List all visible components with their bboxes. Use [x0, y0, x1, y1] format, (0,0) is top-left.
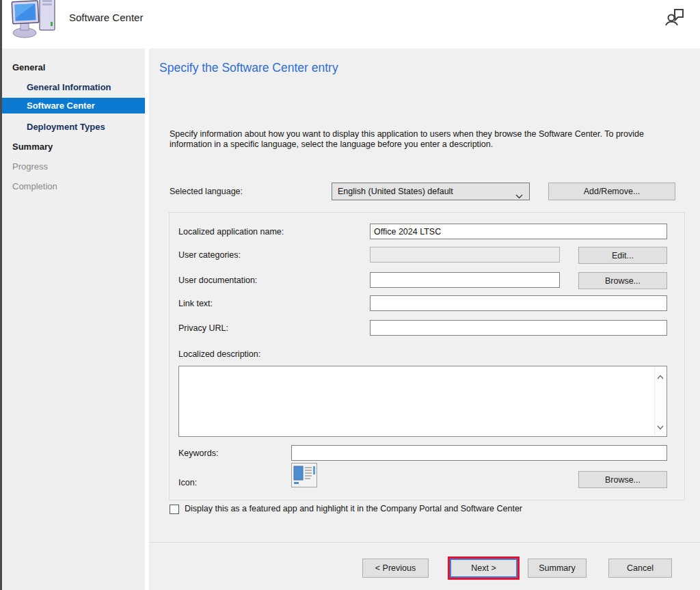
link-text-label: Link text:	[178, 299, 213, 308]
localized-info-groupbox: Localized application name: User categor…	[169, 212, 685, 500]
localized-description-label: Localized description:	[178, 349, 260, 359]
textarea-scrollbar[interactable]	[654, 367, 666, 435]
sidebar-item-progress: Progress	[2, 159, 145, 174]
featured-app-label: Display this as a featured app and highl…	[185, 504, 522, 513]
privacy-url-label: Privacy URL:	[178, 323, 228, 333]
localized-description-textarea[interactable]	[178, 366, 667, 437]
next-button[interactable]: Next >	[450, 559, 517, 578]
user-documentation-label: User documentation:	[178, 276, 257, 285]
sidebar-item-completion: Completion	[2, 178, 145, 194]
chevron-down-icon	[515, 189, 523, 202]
browse-icon-button[interactable]: Browse...	[578, 471, 667, 488]
footer-separator	[149, 542, 700, 543]
app-name-input[interactable]	[370, 224, 667, 239]
selected-language-label: Selected language:	[170, 187, 243, 196]
privacy-url-input[interactable]	[370, 320, 667, 336]
page-title: Specify the Software Center entry	[159, 61, 338, 75]
create-application-wizard: Software Center General General Informat…	[0, 0, 700, 590]
cancel-button[interactable]: Cancel	[608, 559, 672, 578]
add-remove-button[interactable]: Add/Remove...	[548, 183, 675, 200]
previous-button[interactable]: < Previous	[362, 559, 429, 578]
wizard-header: Software Center	[0, 0, 700, 49]
wizard-main-panel: Specify the Software Center entry Specif…	[149, 49, 700, 590]
summary-button[interactable]: Summary	[528, 559, 587, 578]
page-title-header: Software Center	[69, 12, 143, 23]
user-categories-label: User categories:	[178, 250, 241, 260]
link-text-input[interactable]	[370, 295, 667, 311]
scroll-up-icon[interactable]	[657, 370, 664, 382]
sidebar-item-general[interactable]: General	[2, 59, 145, 75]
featured-app-checkbox[interactable]	[170, 505, 179, 514]
browse-documentation-button[interactable]: Browse...	[578, 272, 667, 289]
computer-icon	[11, 0, 59, 44]
keywords-label: Keywords:	[178, 448, 218, 458]
edit-categories-button[interactable]: Edit...	[578, 247, 667, 264]
user-categories-input	[370, 247, 560, 263]
person-feedback-icon[interactable]	[664, 5, 686, 30]
app-name-label: Localized application name:	[178, 227, 284, 237]
sidebar-item-summary[interactable]: Summary	[2, 139, 145, 155]
keywords-input[interactable]	[291, 445, 667, 461]
language-select[interactable]: English (United States) default	[332, 183, 530, 200]
icon-label: Icon:	[178, 478, 197, 487]
sidebar-item-software-center[interactable]: Software Center	[2, 98, 145, 113]
sidebar-item-general-information[interactable]: General Information	[2, 79, 145, 95]
featured-app-checkbox-row[interactable]: Display this as a featured app and highl…	[170, 504, 522, 514]
window-left-edge	[0, 0, 2, 590]
sidebar-item-deployment-types[interactable]: Deployment Types	[2, 119, 145, 135]
scroll-down-icon[interactable]	[657, 420, 664, 433]
language-selected-value: English (United States) default	[338, 187, 453, 196]
page-description: Specify information about how you want t…	[170, 129, 675, 150]
wizard-sidebar: General General Information Software Cen…	[2, 49, 145, 590]
user-documentation-input[interactable]	[370, 272, 560, 288]
application-icon[interactable]	[291, 463, 317, 487]
